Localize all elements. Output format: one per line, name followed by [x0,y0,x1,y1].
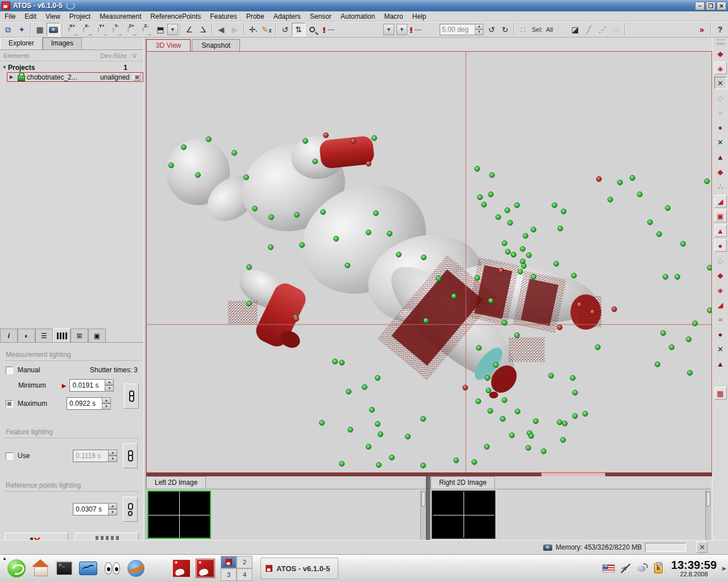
angle-down[interactable]: ▼ [475,30,483,35]
zoom-icon[interactable] [305,23,319,36]
tab-images[interactable]: Images [43,38,82,49]
left-camera-thumbnail[interactable] [147,490,211,539]
tree-row-projects[interactable]: ▼ Projects 1 [0,63,143,72]
view-cube-dropdown[interactable]: ▼ [167,24,178,35]
select-polyline-icon[interactable]: ⋰ [595,23,609,36]
menu-features[interactable]: Features [205,12,241,21]
tree-row-project-item[interactable]: ▶ chobotnatec_2... unaligned [7,72,143,82]
keyboard-layout-us-flag-icon[interactable] [602,563,615,574]
menu-automation[interactable]: Automation [336,12,380,21]
firefox-icon[interactable] [125,558,147,579]
prev-view-icon[interactable]: ◀ [214,23,228,36]
maximum-spinbox[interactable]: 0.0922 s ▲▼ [67,397,111,410]
status-combo-2[interactable]: ▼ ! --- [396,23,437,36]
camera-snapshot-icon[interactable] [47,23,60,36]
measurement-series-icon[interactable]: ✦ [15,23,28,36]
right-pane-scrollbar[interactable] [705,490,711,540]
menu-sensor[interactable]: Sensor [305,12,336,21]
view-axis-x-minusplus[interactable]: X+↑→ [65,23,80,36]
menu-measurement[interactable]: Measurement [95,12,146,21]
viewport-3d[interactable] [146,51,712,473]
select-rectangle-icon[interactable]: ▭ [555,23,568,36]
rotate-step-ccw-icon[interactable]: ↺ [485,23,498,36]
view-axis-x-minus[interactable]: X-↑→ [80,23,94,36]
menu-adapters[interactable]: Adapters [269,12,305,21]
expand-triangle-icon[interactable]: ▼ [2,65,8,70]
view-axis-y-minus[interactable]: Y-↑→ [109,23,124,36]
view-cube-icon[interactable]: ⬒ [154,23,167,36]
input-device-icon[interactable] [635,563,648,574]
link-min-max-button[interactable] [124,384,139,409]
maximum-checkbox[interactable] [6,400,13,408]
close-button[interactable]: ✕ [717,2,726,10]
terminal-icon[interactable] [53,558,75,579]
menu-macro[interactable]: Macro [379,12,407,21]
right-camera-thumbnail[interactable] [432,490,495,539]
status-combo-1[interactable]: ! --- ▼ [320,23,394,36]
rotate-plus-angle-icon[interactable]: ∠ [196,23,210,36]
deselect-all-icon[interactable]: ✕ [714,136,727,148]
minimize-button[interactable]: – [695,2,705,10]
view-axis-z-minus[interactable]: Z-↑→ [139,23,154,36]
expand-triangle-icon[interactable]: ▶ [10,74,15,80]
xeyes-icon[interactable] [101,558,123,579]
openoffice-icon[interactable] [77,558,99,579]
restore-button[interactable]: ❐ [706,2,715,10]
status-combo-1-dropdown[interactable]: ▼ [383,24,394,35]
measurement-mode-icon[interactable]: ▦ [33,23,47,36]
status-close-icon[interactable]: ✕ [696,542,708,553]
panel-hide-arrow-icon[interactable]: ▲ [2,556,7,561]
desktop-3[interactable]: 3 [221,568,237,581]
transform-save-icon[interactable]: ✛▪ [246,23,260,36]
menu-project[interactable]: Project [65,12,95,21]
select-through-surface-icon[interactable]: ◈ [714,62,727,74]
select-line-icon[interactable]: ╱ [582,23,595,36]
menu-probe[interactable]: Probe [242,12,269,21]
tab-3d-view[interactable]: 3D View [146,39,191,51]
home-folder-icon[interactable] [30,558,51,579]
feature-link-button[interactable] [123,443,138,468]
volume-muted-icon[interactable] [619,563,631,574]
angle-up[interactable]: ▲ [475,24,483,30]
plane-tool-2-icon[interactable]: ◈ [714,284,727,296]
select-diamond-icon[interactable]: ◆ [714,165,727,178]
use-checkbox[interactable] [6,452,13,460]
info-tab[interactable]: i [0,329,18,342]
spheres-tool-2-icon[interactable]: ● [714,328,727,340]
wedge-tool-icon[interactable]: ◢ [714,298,727,311]
select-rectangle-subtract-icon[interactable]: ◪ [568,23,582,36]
plane-selection-tool-icon[interactable]: ◢ [714,195,727,207]
menu-view[interactable]: View [41,12,65,21]
minimum-spinbox[interactable]: 0.0191 s ▲▼ [69,379,114,392]
klipper-icon[interactable] [652,563,664,574]
desktop-pager[interactable]: 234 [221,556,253,581]
deselect-area-icon[interactable]: ✕ [714,77,727,89]
view-axis-z-minusplus[interactable]: Z+↑→ [124,23,139,36]
left-pane-scrollbar[interactable] [420,490,426,540]
cone-selection-tool-icon[interactable]: ▲ [714,225,727,237]
faint-diamond-tool-icon[interactable]: ◇ [714,254,727,267]
white-dots-tool-icon[interactable]: ∴ [714,372,727,385]
suse-menu-icon[interactable] [6,558,27,579]
visibility-toggle[interactable] [133,73,140,81]
cone-tool-2-icon[interactable]: ▲ [714,357,727,370]
desktop-1[interactable] [221,556,237,568]
right-2d-image-tab[interactable]: Right 2D Image [431,476,495,489]
curve-tool-icon[interactable]: ≈ [714,313,727,326]
menu-file[interactable]: File [0,12,20,21]
rotate-interactive-icon[interactable]: ⇅ [292,23,305,36]
bars-tab[interactable] [53,329,71,342]
list-tab[interactable]: ☰ [35,329,53,342]
select-plane-faint-icon[interactable]: ◇ [714,92,727,104]
edit-points-icon[interactable]: ✎⧗ [260,23,274,36]
select-cone-icon[interactable]: ▲ [714,151,727,163]
panel-end-arrow-icon[interactable]: ▶ [722,566,726,571]
desktop-4[interactable]: 4 [237,568,253,581]
menu-referencepoints[interactable]: ReferencePoints [146,12,206,21]
rotate-step-cw-icon[interactable]: ↻ [498,23,512,36]
rotate-minus-angle-icon[interactable]: ∠ [183,23,196,36]
toolbar-overflow-button[interactable]: » [695,23,709,36]
atos-launcher-active-icon[interactable] [195,558,216,579]
rotate-ccw-icon[interactable]: ↺ [278,23,292,36]
project-explorer-icon[interactable]: ⧉ [1,23,15,36]
